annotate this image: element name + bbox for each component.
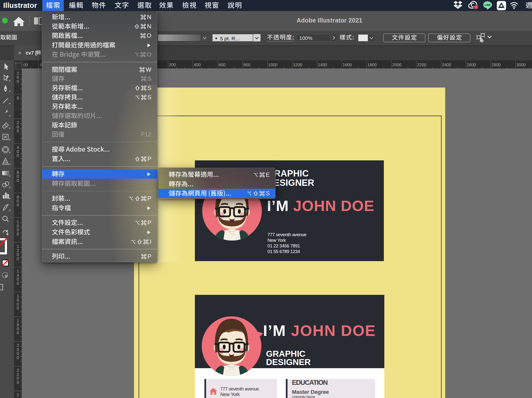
svg-text:0: 0 [17, 96, 19, 100]
svg-text:2000: 2000 [392, 63, 402, 67]
svg-text:0: 0 [17, 281, 19, 286]
svg-text:0: 0 [17, 203, 19, 208]
svg-text:0: 0 [17, 380, 19, 385]
svg-text:0: 0 [17, 178, 19, 183]
svg-text:0: 0 [17, 129, 19, 133]
svg-text:2: 2 [17, 393, 19, 397]
svg-text:600: 600 [219, 63, 225, 67]
svg-text:3000: 3000 [516, 63, 526, 67]
svg-text:0: 0 [17, 153, 19, 158]
svg-text:400: 400 [194, 63, 201, 67]
svg-text:1000: 1000 [268, 63, 277, 67]
svg-text:0: 0 [17, 331, 19, 335]
svg-text:0: 0 [17, 355, 19, 360]
svg-text:0: 0 [17, 256, 19, 261]
svg-text:1600: 1600 [343, 63, 352, 67]
svg-text:00: 00 [23, 63, 28, 67]
svg-text:2400: 2400 [442, 63, 451, 67]
svg-text:0: 0 [17, 79, 19, 84]
svg-text:0: 0 [17, 232, 19, 236]
svg-text:1200: 1200 [293, 63, 302, 67]
svg-text:800: 800 [244, 63, 250, 67]
svg-text:2200: 2200 [417, 63, 426, 67]
svg-text:2800: 2800 [492, 63, 501, 67]
svg-text:2600: 2600 [467, 63, 476, 67]
svg-text:1400: 1400 [318, 63, 327, 67]
svg-text:0: 0 [17, 306, 19, 310]
svg-text:LINE: LINE [485, 3, 491, 6]
svg-text:1800: 1800 [367, 63, 377, 67]
svg-text:200: 200 [169, 63, 176, 67]
